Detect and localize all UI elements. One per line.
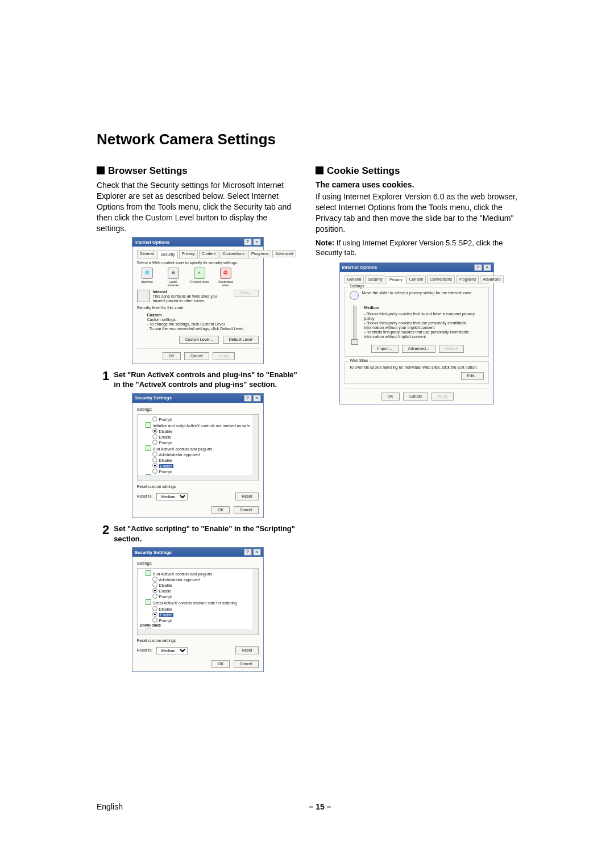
cookie-settings-heading-text: Cookie Settings [327,165,400,176]
reset-to-select[interactable]: Medium [156,493,188,500]
websites-fieldset: Web Sites To override cookie handling fo… [345,361,489,384]
zone-name: Internet [153,290,168,294]
ok-button[interactable]: OK [211,506,230,514]
privacy-instruction: Move the slider to select a privacy sett… [362,291,484,295]
ok-button[interactable]: OK [211,660,230,668]
default-level-button[interactable]: Default Level [223,336,259,344]
cancel-button[interactable]: Cancel [403,393,428,400]
dialog-title: Security Settings [135,550,172,555]
window-controls: ?× [473,264,491,271]
privacy-level-name: Medium [364,306,484,310]
zone-prompt: Select a Web content zone to specify its… [137,261,259,265]
ok-button[interactable]: OK [381,393,400,400]
default-button: Default [439,345,464,353]
close-icon[interactable]: × [483,264,491,271]
security-settings-dialog-1: Security Settings ?× Settings: PromptIni… [132,393,264,518]
zone-internet[interactable]: 🌐Internet [137,268,157,288]
step-2-text: Set "Active scripting" to "Enable" in th… [114,524,298,544]
websites-text: To override cookie handling for individu… [350,365,484,370]
privacy-bullet-1: - Blocks third-party cookies that do not… [364,312,484,321]
close-icon[interactable]: × [253,549,261,556]
window-controls: ?× [243,239,261,245]
advanced-button[interactable]: Advanced... [402,345,435,353]
settings-tree-1[interactable]: PromptInitialize and script ActiveX cont… [137,414,259,481]
scrollbar-horizontal[interactable] [138,629,252,635]
window-controls: ?× [243,395,261,402]
left-column: Browser Settings Check that the Security… [97,165,298,678]
privacy-slider-row: Medium - Blocks third-party cookies that… [350,306,484,339]
privacy-slider[interactable] [350,306,360,339]
slider-thumb[interactable] [351,339,358,345]
note-label: Note: [316,239,334,247]
dialog-footer: OK Cancel Apply [137,348,259,360]
help-icon[interactable]: ? [244,549,252,556]
browser-settings-intro: Check that the Security settings for Mic… [97,180,298,233]
tab-connections[interactable]: Connections [427,276,455,283]
close-icon[interactable]: × [253,395,261,402]
tab-programs[interactable]: Programs [248,250,271,257]
zone-local-intranet[interactable]: 🖥Local intranet [163,268,184,288]
reset-row: Reset to: Medium Reset [137,493,259,500]
tab-content[interactable]: Content [406,276,426,283]
reset-button[interactable]: Reset [235,493,258,500]
tab-privacy[interactable]: Privacy [179,250,198,257]
browser-settings-heading-text: Browser Settings [108,165,188,176]
note-line: Note: If using Internet Explorer Version… [316,238,517,258]
edit-button[interactable]: Edit... [461,372,484,380]
cookie-body: If using Internet Explorer Version 6.0 a… [316,191,517,235]
page-footer: English – 15 – [97,802,517,811]
step-1-number: 1 [102,370,109,390]
zone-desc-text: This zone contains all Web sites you hav… [153,294,231,303]
scrollbar-vertical[interactable] [252,569,258,635]
custom-line2: - To change the settings, click Custom L… [147,322,259,327]
dialog-footer: OK Cancel [137,506,259,514]
slider-track [353,306,356,339]
tab-advanced[interactable]: Advanced [272,250,296,257]
custom-level-button[interactable]: Custom Level... [179,336,219,344]
tab-advanced[interactable]: Advanced [480,276,503,283]
privacy-bullet-3: - Restricts first-party cookies that use… [364,330,484,339]
close-icon[interactable]: × [253,239,261,245]
level-buttons: Custom Level... Default Level [137,336,259,344]
help-icon[interactable]: ? [244,395,252,402]
tab-security[interactable]: Security [157,251,177,258]
dialog-titlebar: Security Settings ?× [132,548,263,557]
custom-head: Custom [147,313,162,317]
reset-to-select[interactable]: Medium [156,647,188,654]
tab-general[interactable]: General [345,276,364,283]
tab-connections[interactable]: Connections [219,250,247,257]
globe-large-icon [137,290,150,302]
internet-options-security-dialog: Internet Options ?× General Security Pri… [132,237,264,364]
cancel-button[interactable]: Cancel [234,660,259,668]
scrollbar-horizontal[interactable] [138,475,252,481]
custom-block: Custom Custom settings. - To change the … [147,313,259,331]
page-title: Network Camera Settings [97,131,517,148]
tab-programs[interactable]: Programs [456,276,479,283]
reset-to-label: Reset to: [137,648,153,653]
dialog-title: Security Settings [135,395,172,400]
tab-strip: General Security Privacy Content Connect… [137,250,259,258]
help-icon[interactable]: ? [474,264,482,271]
step-1-text: Set "Run ActiveX controls and plug-ins" … [114,370,298,390]
tab-content[interactable]: Content [199,250,219,257]
privacy-level-text: Medium - Blocks third-party cookies that… [364,306,484,339]
zone-trusted[interactable]: ✔Trusted sites [189,268,210,288]
dialog-title: Internet Options [135,240,170,245]
help-icon[interactable]: ? [244,239,252,245]
manual-page: Network Camera Settings Browser Settings… [0,0,614,868]
tab-security[interactable]: Security [365,276,385,283]
settings-tree-2[interactable]: Run ActiveX controls and plug-insAdminis… [137,568,259,635]
scrollbar-vertical[interactable] [252,415,258,481]
tab-general[interactable]: General [137,250,157,257]
security-settings-dialog-2: Security Settings ?× Settings: Run Activ… [132,547,264,672]
settings-label: Settings: [137,561,259,566]
security-level-label: Security level for this zone [137,306,259,310]
tab-privacy[interactable]: Privacy [387,276,405,283]
import-button[interactable]: Import... [371,345,399,353]
browser-settings-heading: Browser Settings [97,165,298,177]
zone-restricted[interactable]: ⛔Restricted sites [215,268,236,288]
reset-button[interactable]: Reset [235,646,258,654]
cancel-button[interactable]: Cancel [184,352,209,360]
ok-button[interactable]: OK [163,352,181,360]
cancel-button[interactable]: Cancel [234,506,259,514]
